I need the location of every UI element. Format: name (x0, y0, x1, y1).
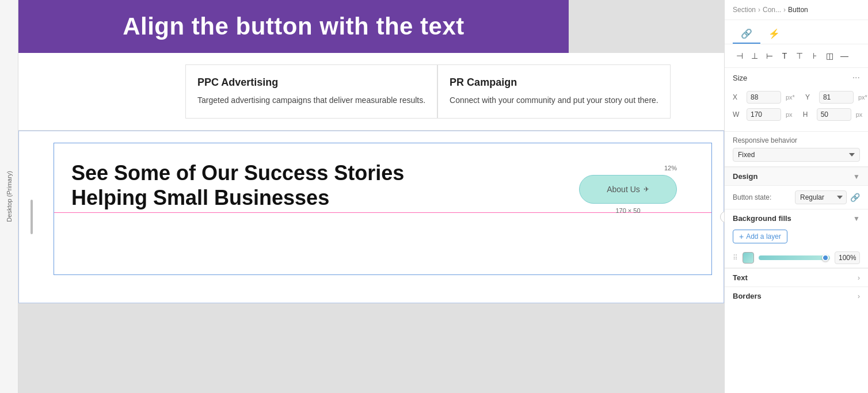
cards-row: PPC Advertising Targeted advertising cam… (18, 53, 724, 131)
color-swatch[interactable] (743, 252, 754, 264)
scroll-handle[interactable] (31, 200, 33, 234)
design-label: Design (733, 172, 757, 181)
w-unit: px (786, 111, 793, 118)
drag-handle-icon[interactable]: ⠿ (733, 254, 738, 262)
responsive-label: Responsive behavior (733, 136, 860, 144)
y-label: Y (805, 93, 814, 101)
size-x-row: X px* Y px* (733, 91, 860, 104)
button-state-label: Button state: (733, 193, 771, 201)
button-percentage: 12% (664, 165, 677, 171)
button-state-row: Button state: Regular 🔗 (725, 186, 868, 209)
align-distribute-btn[interactable]: ◫ (823, 49, 836, 63)
card-ppc-title: PPC Advertising (197, 77, 425, 89)
borders-header[interactable]: Borders › (725, 287, 868, 305)
align-right-btn[interactable]: ⊢ (763, 49, 776, 63)
h-unit: px (856, 111, 863, 118)
button-dimensions: 170 × 50 (615, 207, 640, 214)
x-unit: px* (786, 94, 795, 101)
text-header[interactable]: Text › (725, 269, 868, 287)
breadcrumb-con[interactable]: Con... (763, 6, 781, 14)
card-pr: PR Campaign Connect with your community … (437, 64, 671, 119)
canvas-area: Align the button with the text PPC Adver… (18, 0, 724, 393)
design-header[interactable]: Design ▼ (725, 167, 868, 186)
borders-section: Borders › (725, 287, 868, 305)
tab-design[interactable]: 🔗 (733, 25, 760, 44)
card-pr-desc: Connect with your community and put your… (450, 94, 658, 106)
w-label: W (733, 110, 742, 119)
button-state-wrap: Regular 🔗 (795, 190, 860, 204)
align-middle-btn[interactable]: ⊦ (808, 49, 821, 63)
main-section: See Some of Our Success Stories Helping … (18, 131, 724, 303)
opacity-input[interactable] (835, 251, 860, 264)
card-ppc-desc: Targeted advertising campaigns that deli… (197, 94, 425, 106)
lightning-tab-icon: ⚡ (768, 28, 780, 39)
x-input[interactable] (747, 91, 781, 104)
responsive-select[interactable]: Fixed (733, 148, 860, 162)
borders-label: Borders (733, 292, 762, 300)
design-tab-icon: 🔗 (741, 28, 752, 39)
add-layer-row: + Add a layer (725, 227, 868, 248)
size-header: Size ··· (725, 68, 868, 85)
responsive-section: Responsive behavior Fixed (725, 132, 868, 167)
add-layer-button[interactable]: + Add a layer (733, 230, 787, 243)
align-top-btn[interactable]: ⊤ (793, 49, 806, 63)
card-pr-title: PR Campaign (450, 77, 658, 89)
size-xy-section: X px* Y px* W px H px (725, 85, 868, 132)
x-label: X (733, 93, 742, 101)
color-slider-thumb[interactable] (822, 254, 829, 261)
text-label: Text (733, 273, 748, 282)
size-wh-row: W px H px (733, 108, 860, 121)
heading-line1: See Some of Our Success Stories (71, 161, 474, 185)
add-layer-plus-icon: + (739, 232, 744, 241)
breadcrumb-section[interactable]: Section (733, 6, 756, 14)
top-banner: Align the button with the text (18, 0, 569, 53)
y-unit: px* (858, 94, 867, 101)
sidebar-label: Desktop (Primary) (6, 171, 13, 222)
heading-line2: Helping Small Businesses (71, 185, 474, 210)
y-input[interactable] (819, 91, 854, 104)
text-chevron-icon: › (858, 274, 860, 282)
link-states-icon[interactable]: 🔗 (850, 193, 860, 202)
panel-tabs: 🔗 ⚡ (725, 20, 868, 44)
button-state-select[interactable]: Regular (795, 190, 847, 204)
collapse-arrow[interactable]: › (720, 211, 724, 223)
left-sidebar: Desktop (Primary) (0, 0, 18, 393)
align-left-btn[interactable]: ⊣ (733, 49, 747, 63)
h-input[interactable] (817, 108, 851, 121)
bg-fills-label: Background fills (733, 214, 791, 223)
breadcrumb: Section › Con... › Button (725, 0, 868, 20)
bg-fills-header[interactable]: Background fills ▼ (725, 209, 868, 227)
section-heading: See Some of Our Success Stories Helping … (71, 161, 474, 210)
align-center-h-btn[interactable]: ⊥ (748, 49, 762, 63)
send-icon: ✈ (644, 185, 649, 193)
button-element[interactable]: About Us ✈ (579, 175, 677, 204)
breadcrumb-sep2: › (783, 6, 786, 14)
background-fills-section: Background fills ▼ + Add a layer ⠿ (725, 209, 868, 269)
main-section-inner: See Some of Our Success Stories Helping … (54, 143, 712, 275)
button-element-wrapper: 12% About Us ✈ 170 × 50 (579, 175, 677, 204)
design-chevron-icon: ▼ (853, 173, 860, 181)
align-text-btn[interactable]: T (778, 49, 791, 63)
tab-lightning[interactable]: ⚡ (760, 25, 788, 44)
breadcrumb-sep1: › (758, 6, 760, 14)
color-row: ⠿ (725, 248, 868, 268)
align-bottom-btn[interactable]: — (837, 49, 851, 63)
button-label: About Us (607, 185, 640, 194)
right-panel: Section › Con... › Button 🔗 ⚡ ⊣ ⊥ ⊢ T ⊤ … (724, 0, 868, 393)
text-section: Text › (725, 269, 868, 287)
breadcrumb-button: Button (788, 6, 808, 14)
align-toolbar: ⊣ ⊥ ⊢ T ⊤ ⊦ ◫ — (725, 44, 868, 68)
card-ppc: PPC Advertising Targeted advertising cam… (185, 64, 437, 119)
add-layer-label: Add a layer (746, 232, 781, 241)
w-input[interactable] (747, 108, 781, 121)
color-slider[interactable] (759, 255, 830, 260)
h-label: H (803, 110, 812, 119)
size-more-btn[interactable]: ··· (852, 73, 860, 83)
borders-chevron-icon: › (858, 292, 860, 300)
bg-fills-chevron-icon: ▼ (853, 215, 860, 223)
banner-title: Align the button with the text (41, 13, 546, 40)
alignment-line (54, 212, 711, 213)
size-label: Size (733, 74, 747, 82)
